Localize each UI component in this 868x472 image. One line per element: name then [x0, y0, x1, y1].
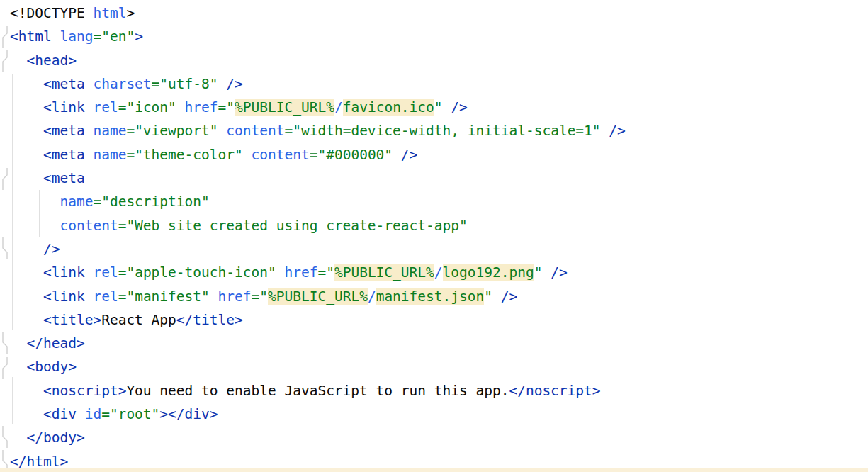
code-token-tag: <div: [43, 406, 85, 422]
code-token-plain: [10, 359, 26, 375]
code-token-plain: [443, 99, 451, 116]
code-line[interactable]: name="description": [10, 190, 868, 213]
code-token-plain: [210, 288, 218, 305]
code-line[interactable]: </head>: [10, 332, 868, 355]
code-token-attr: rel: [93, 288, 118, 305]
code-token-str: ="root": [101, 406, 159, 422]
code-token-str: ="en": [93, 28, 135, 45]
code-token-hl: %PUBLIC_URL%: [235, 99, 334, 116]
code-token-tag: <noscript>: [43, 383, 126, 399]
code-token-plain: [10, 147, 43, 163]
code-token-hl: manifest.json: [376, 288, 485, 305]
code-token-sep: /: [368, 288, 376, 305]
code-token-plain: [10, 218, 60, 234]
code-token-str: ="viewport": [126, 123, 218, 139]
code-line[interactable]: <head>: [10, 49, 868, 72]
code-token-plain: [176, 99, 185, 116]
code-editor[interactable]: <!DOCTYPE html><html lang="en"> <head> <…: [0, 0, 868, 472]
code-token-plain: [10, 193, 60, 210]
code-token-plain: [218, 123, 227, 139]
code-token-tag: <meta: [43, 170, 85, 186]
code-line[interactable]: <body>: [10, 355, 868, 378]
code-token-text: You need to enable JavaScript to run thi…: [126, 383, 509, 399]
code-line[interactable]: content="Web site created using create-r…: [10, 214, 868, 237]
code-token-tag: />: [226, 76, 242, 92]
code-token-tag: </head>: [26, 335, 84, 352]
code-token-str: ="icon": [118, 99, 176, 116]
code-token-attr: href: [284, 264, 317, 281]
code-token-tag: />: [451, 99, 467, 116]
code-token-attr: rel: [93, 99, 118, 116]
code-line[interactable]: <meta name="viewport" content="width=dev…: [10, 119, 868, 142]
code-token-attr: charset: [93, 76, 151, 92]
code-token-attr: content: [252, 147, 310, 163]
code-token-plain: [492, 288, 501, 305]
code-token-tag: </title>: [176, 312, 243, 328]
code-token-attr: name: [60, 193, 93, 210]
code-token-plain: [10, 429, 26, 446]
code-token-str: ="manifest": [118, 288, 210, 305]
code-token-sep: /: [334, 99, 343, 116]
code-token-str: ="utf-8": [152, 76, 218, 92]
code-token-attr: id: [85, 406, 101, 422]
code-token-tag: <link: [43, 264, 93, 281]
code-token-str: ": [484, 288, 492, 305]
code-line[interactable]: <link rel="icon" href="%PUBLIC_URL%/favi…: [10, 96, 868, 119]
code-token-tag: <link: [43, 288, 93, 305]
code-token-tag: />: [43, 241, 60, 257]
code-token-plain: [10, 241, 43, 257]
code-token-str: ="#000000": [310, 147, 393, 163]
code-token-plain: <!DOCTYPE: [10, 5, 93, 21]
code-token-plain: [10, 52, 26, 69]
code-token-tag: <meta: [43, 147, 93, 163]
code-token-sep: /: [434, 264, 443, 281]
code-line[interactable]: <link rel="manifest" href="%PUBLIC_URL%/…: [10, 285, 868, 308]
code-line[interactable]: <link rel="apple-touch-icon" href="%PUBL…: [10, 261, 868, 284]
code-token-plain: [10, 99, 43, 116]
code-token-plain: [10, 406, 43, 422]
code-line[interactable]: <div id="root"></div>: [10, 403, 868, 426]
code-token-plain: [10, 288, 43, 305]
code-line[interactable]: </body>: [10, 426, 868, 449]
code-token-plain: [10, 335, 26, 352]
code-token-str: ="theme-color": [126, 147, 242, 163]
code-token-attr: content: [60, 218, 118, 234]
code-token-tag: <meta: [43, 123, 93, 139]
code-token-hl: %PUBLIC_URL%: [334, 264, 434, 281]
code-token-tag: />: [551, 264, 567, 281]
code-token-tag: <body>: [26, 359, 76, 375]
code-token-str: =": [218, 99, 235, 116]
code-token-tag: <link: [43, 99, 93, 116]
code-token-tag: <title>: [43, 312, 101, 328]
code-token-tag: >: [135, 28, 143, 45]
code-token-str: ="Web site created using create-react-ap…: [118, 218, 468, 234]
bottom-panel-edge: [0, 468, 868, 472]
code-token-attr: html: [93, 5, 126, 21]
code-token-tag: />: [401, 147, 417, 163]
code-token-hl: logo192.png: [443, 264, 534, 281]
code-token-plain: [393, 147, 401, 163]
code-token-attr: name: [93, 123, 126, 139]
code-token-attr: href: [218, 288, 252, 305]
code-token-str: =": [252, 288, 268, 305]
code-token-plain: [542, 264, 551, 281]
code-token-tag: />: [609, 123, 625, 139]
code-line[interactable]: <!DOCTYPE html>: [10, 1, 868, 25]
code-token-str: ": [534, 264, 543, 281]
code-token-str: ="description": [93, 193, 209, 210]
code-line[interactable]: />: [10, 237, 868, 261]
code-token-str: ="apple-touch-icon": [118, 264, 276, 281]
code-token-text: React App: [101, 312, 176, 328]
code-line[interactable]: <meta name="theme-color" content="#00000…: [10, 143, 868, 167]
code-token-tag: </body>: [26, 429, 84, 446]
code-token-hl: favicon.ico: [343, 99, 434, 116]
code-token-tag: />: [501, 288, 517, 305]
code-line[interactable]: <meta: [10, 167, 868, 190]
code-line[interactable]: <meta charset="utf-8" />: [10, 72, 868, 96]
code-line[interactable]: <noscript>You need to enable JavaScript …: [10, 379, 868, 403]
code-token-attr: rel: [93, 264, 118, 281]
code-line[interactable]: <html lang="en">: [10, 25, 868, 48]
code-token-tag: <head>: [26, 52, 76, 69]
code-token-plain: [243, 147, 252, 163]
code-line[interactable]: <title>React App</title>: [10, 308, 868, 332]
